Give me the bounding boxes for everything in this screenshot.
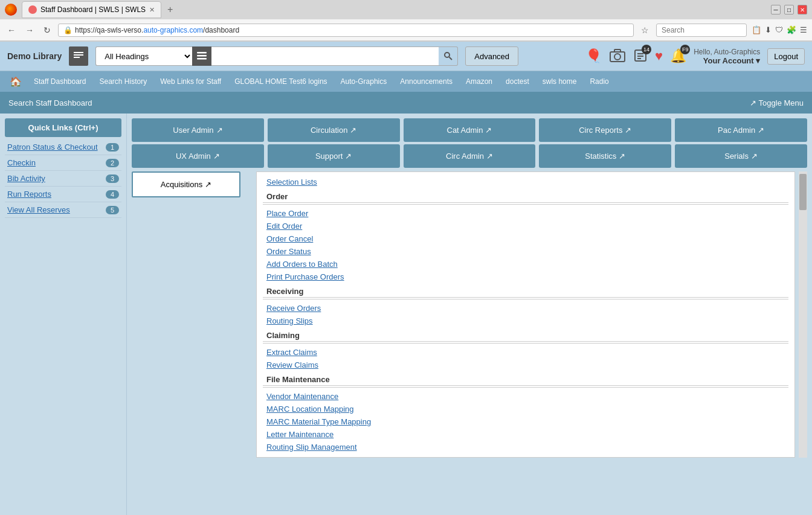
marc-material-type-link[interactable]: MARC Material Type Mapping bbox=[263, 415, 788, 428]
nav-doctest[interactable]: doctest bbox=[500, 74, 535, 89]
search-button[interactable] bbox=[439, 46, 458, 66]
stack-icon[interactable] bbox=[192, 46, 211, 66]
svg-rect-2 bbox=[74, 57, 80, 58]
back-button[interactable]: ← bbox=[5, 24, 18, 36]
sidebar-item-reserves[interactable]: View All Reserves 5 bbox=[5, 202, 121, 218]
search-input[interactable] bbox=[211, 46, 439, 66]
print-purchase-orders-link[interactable]: Print Purchase Orders bbox=[263, 270, 788, 283]
nav-staff-dashboard[interactable]: Staff Dashboard bbox=[28, 74, 92, 89]
module-circ-admin[interactable]: Circ Admin ↗ bbox=[404, 144, 536, 168]
letter-maintenance-link[interactable]: Letter Maintenance bbox=[263, 428, 788, 441]
your-account-dropdown[interactable]: Your Account ▾ bbox=[694, 56, 760, 65]
content-scrollbar[interactable] bbox=[799, 171, 807, 458]
bookmark-button[interactable]: ☆ bbox=[639, 24, 651, 36]
toggle-menu-button[interactable]: ↗ Toggle Menu bbox=[750, 98, 804, 107]
browser-search-input[interactable] bbox=[656, 24, 747, 37]
svg-point-9 bbox=[614, 54, 620, 60]
place-order-link[interactable]: Place Order bbox=[263, 207, 788, 220]
acquisitions-btn-col: Acquisitions ↗ bbox=[132, 171, 253, 458]
acquisitions-button[interactable]: Acquisitions ↗ bbox=[132, 171, 240, 197]
extensions-icon[interactable]: 🧩 bbox=[787, 25, 796, 34]
sidebar-label-reserves: View All Reserves bbox=[7, 205, 70, 214]
main-content: Quick Links (Ctrl+) Patron Status & Chec… bbox=[0, 114, 812, 515]
edit-order-link[interactable]: Edit Order bbox=[263, 220, 788, 232]
acquisitions-section: Acquisitions ↗ Selection Lists Order Pla… bbox=[127, 171, 812, 462]
maximize-button[interactable]: □ bbox=[784, 5, 794, 14]
sidebar-badge-reports: 4 bbox=[106, 190, 119, 199]
browser-chrome: Staff Dashboard | SWLS | SWLS ✕ + ─ □ ✕ … bbox=[0, 0, 812, 42]
advanced-button[interactable]: Advanced bbox=[465, 46, 518, 66]
tab-title: Staff Dashboard | SWLS | SWLS bbox=[40, 5, 146, 14]
marc-location-mapping-link[interactable]: MARC Location Mapping bbox=[263, 403, 788, 415]
list-badge: 14 bbox=[642, 45, 651, 54]
menu-icon[interactable]: ☰ bbox=[800, 25, 807, 34]
downloads-icon[interactable]: ⬇ bbox=[765, 25, 772, 34]
reload-button[interactable]: ↻ bbox=[41, 24, 53, 36]
svg-rect-10 bbox=[614, 50, 620, 52]
sidebar-item-reports[interactable]: Run Reports 4 bbox=[5, 187, 121, 202]
nav-search-history[interactable]: Search History bbox=[94, 74, 153, 89]
search-type-select[interactable]: All Headings Title Author Subject bbox=[95, 46, 192, 66]
minimize-button[interactable]: ─ bbox=[771, 5, 781, 14]
scrollbar-thumb[interactable] bbox=[799, 174, 807, 210]
module-pac-admin[interactable]: Pac Admin ↗ bbox=[675, 118, 807, 142]
browser-toolbar-icons: 📋 ⬇ 🛡 🧩 ☰ bbox=[752, 25, 807, 34]
sidebar-label-patron: Patron Status & Checkout bbox=[7, 142, 98, 152]
browser-tab-active[interactable]: Staff Dashboard | SWLS | SWLS ✕ bbox=[22, 1, 161, 18]
vendor-maintenance-link[interactable]: Vendor Maintenance bbox=[263, 390, 788, 403]
order-status-link[interactable]: Order Status bbox=[263, 245, 788, 258]
nav-amazon[interactable]: Amazon bbox=[460, 74, 498, 89]
nav-global-home[interactable]: GLOBAL HOME Test6 logins bbox=[228, 74, 333, 89]
routing-slip-management-link[interactable]: Routing Slip Management bbox=[263, 441, 788, 453]
module-circ-reports[interactable]: Circ Reports ↗ bbox=[539, 118, 671, 142]
module-statistics[interactable]: Statistics ↗ bbox=[539, 144, 671, 168]
balloon-icon[interactable]: 🎈 bbox=[585, 48, 602, 64]
sidebar-label-bib: Bib Activity bbox=[7, 174, 45, 183]
sidebar-label-checkin: Checkin bbox=[7, 158, 36, 167]
heart-icon[interactable]: ♥ bbox=[655, 48, 663, 64]
sidebar-item-bib[interactable]: Bib Activity 3 bbox=[5, 171, 121, 187]
review-claims-link[interactable]: Review Claims bbox=[263, 359, 788, 371]
svg-rect-1 bbox=[74, 54, 83, 56]
nav-announcements[interactable]: Announcements bbox=[394, 74, 459, 89]
nav-bar: 🏠 Staff Dashboard Search History Web Lin… bbox=[0, 71, 812, 92]
nav-auto-graphics[interactable]: Auto-Graphics bbox=[335, 74, 393, 89]
module-cat-admin[interactable]: Cat Admin ↗ bbox=[404, 118, 536, 142]
sidebar-badge-patron: 1 bbox=[106, 143, 119, 152]
new-tab-button[interactable]: + bbox=[164, 4, 176, 15]
nav-web-links[interactable]: Web Links for Staff bbox=[154, 74, 227, 89]
app-title: Demo Library bbox=[7, 51, 62, 61]
forward-button[interactable]: → bbox=[23, 24, 36, 36]
f9-badge-icon[interactable]: 🔔 F9 bbox=[670, 48, 686, 64]
camera-icon[interactable] bbox=[609, 48, 626, 65]
catalog-icon bbox=[69, 46, 88, 66]
routing-slips-link[interactable]: Routing Slips bbox=[263, 315, 788, 327]
module-support[interactable]: Support ↗ bbox=[268, 144, 400, 168]
sidebar-label-reports: Run Reports bbox=[7, 190, 51, 199]
module-serials[interactable]: Serials ↗ bbox=[675, 144, 807, 168]
nav-swls-home[interactable]: swls home bbox=[536, 74, 583, 89]
module-grid-row2: UX Admin ↗ Support ↗ Circ Admin ↗ Statis… bbox=[127, 143, 812, 171]
sidebar-badge-checkin: 2 bbox=[106, 159, 119, 167]
extract-claims-link[interactable]: Extract Claims bbox=[263, 346, 788, 359]
order-cancel-link[interactable]: Order Cancel bbox=[263, 232, 788, 245]
selection-lists-link[interactable]: Selection Lists bbox=[263, 176, 788, 188]
quick-links-header: Quick Links (Ctrl+) bbox=[5, 118, 121, 137]
list-icon[interactable]: 14 bbox=[633, 48, 648, 65]
logout-button[interactable]: Logout bbox=[767, 48, 805, 65]
add-orders-batch-link[interactable]: Add Orders to Batch bbox=[263, 258, 788, 270]
sidebar-item-patron[interactable]: Patron Status & Checkout 1 bbox=[5, 139, 121, 155]
close-button[interactable]: ✕ bbox=[798, 5, 807, 14]
nav-radio[interactable]: Radio bbox=[584, 74, 614, 89]
nav-home-icon[interactable]: 🏠 bbox=[5, 74, 27, 90]
address-bar[interactable]: 🔒 https://qa-swls-verso.auto-graphics.co… bbox=[58, 24, 634, 37]
tab-close-button[interactable]: ✕ bbox=[149, 6, 155, 14]
sidebar-item-checkin[interactable]: Checkin 2 bbox=[5, 155, 121, 171]
reader-view-icon[interactable]: 📋 bbox=[752, 25, 761, 34]
module-ux-admin[interactable]: UX Admin ↗ bbox=[132, 144, 264, 168]
module-user-admin[interactable]: User Admin ↗ bbox=[132, 118, 264, 142]
module-circulation[interactable]: Circulation ↗ bbox=[268, 118, 400, 142]
shield-icon[interactable]: 🛡 bbox=[775, 25, 783, 34]
sidebar-badge-reserves: 5 bbox=[106, 206, 119, 214]
receive-orders-link[interactable]: Receive Orders bbox=[263, 302, 788, 315]
